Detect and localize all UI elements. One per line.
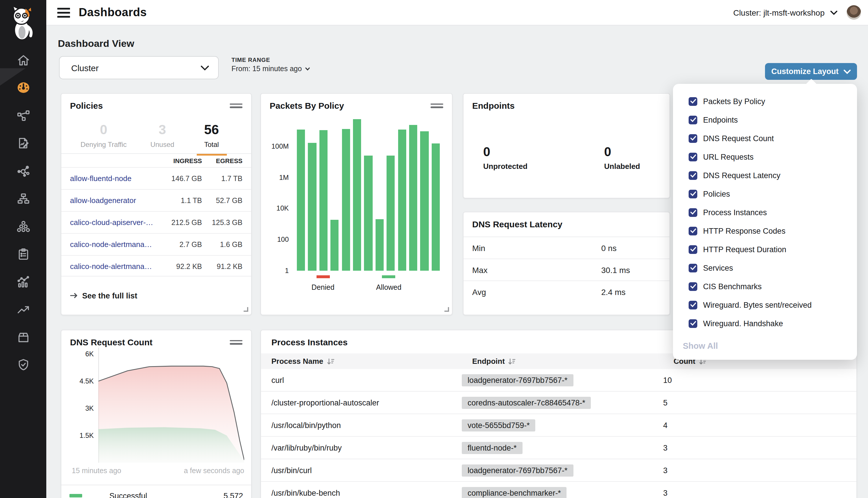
time-range-control[interactable]: TIME RANGE From: 15 minutes ago <box>232 57 310 73</box>
legend-swatch <box>69 494 82 497</box>
checkbox-checked-icon[interactable] <box>689 208 697 217</box>
checkbox-checked-icon[interactable] <box>689 263 697 272</box>
menu-item-label: URL Requests <box>703 153 754 161</box>
column-label: Endpoint <box>472 357 505 366</box>
menu-item-endpoints[interactable]: Endpoints <box>673 110 857 129</box>
sidebar-item-infrastructure[interactable] <box>0 187 46 210</box>
policy-row: calico-node-alertmana…2.7 GB1.6 GB <box>61 233 251 255</box>
packets-by-policy-panel: Packets By Policy 100M1M10K1001 DeniedAl… <box>260 93 453 315</box>
y-tick-label: 10K <box>262 205 289 212</box>
checkbox-checked-icon[interactable] <box>689 189 697 198</box>
see-full-list-label: See the full list <box>82 291 138 300</box>
menu-item-policies[interactable]: Policies <box>673 184 857 203</box>
time-range-label: TIME RANGE <box>232 57 310 63</box>
latency-row: Min0 ns <box>464 237 670 259</box>
policy-name-link[interactable]: calico-node-alertmana… <box>61 240 157 249</box>
checkbox-checked-icon[interactable] <box>689 282 697 291</box>
customize-layout-button[interactable]: Customize Layout <box>765 63 857 80</box>
checkbox-checked-icon[interactable] <box>689 115 697 124</box>
checkbox-checked-icon[interactable] <box>689 301 697 309</box>
menu-item-dns-request-latency[interactable]: DNS Request Latency <box>673 166 857 184</box>
bar-allowed <box>364 155 373 271</box>
menu-item-http-response-codes[interactable]: HTTP Response Codes <box>673 222 857 240</box>
drag-handle-icon[interactable] <box>230 338 243 346</box>
checkbox-checked-icon[interactable] <box>689 153 697 161</box>
menu-item-cis-benchmarks[interactable]: CIS Benchmarks <box>673 277 857 296</box>
policy-egress-value: 1.7 TB <box>202 174 243 183</box>
menu-item-label: Policies <box>703 189 730 198</box>
policies-stat-total[interactable]: 56Total <box>187 115 236 153</box>
sidebar-item-compliance-reports[interactable] <box>0 243 46 266</box>
y-tick-label: 100M <box>262 142 289 150</box>
menu-item-process-instances[interactable]: Process Instances <box>673 203 857 222</box>
sidebar-item-flow-visualization[interactable] <box>0 104 46 127</box>
policy-name-link[interactable]: allow-loadgenerator <box>61 196 157 205</box>
sort-header-process-name[interactable]: Process Name <box>261 357 462 366</box>
policy-row: calico-cloud-apiserver-…212.5 GB125.3 GB <box>61 211 251 233</box>
user-avatar[interactable] <box>846 5 861 19</box>
resize-handle[interactable] <box>444 307 449 312</box>
calico-cat-logo <box>8 3 36 40</box>
y-tick-label: 6K <box>68 350 94 358</box>
policy-name-link[interactable]: calico-cloud-apiserver-… <box>61 218 157 227</box>
security-shield-icon <box>16 358 30 372</box>
unlabeled-label: Unlabeled <box>604 162 640 171</box>
policy-ingress-value: 2.7 GB <box>157 240 202 248</box>
show-all-link[interactable]: Show All <box>683 341 718 351</box>
area-chart-legend: Successful5,572 <box>61 485 251 498</box>
policy-egress-value: 125.3 GB <box>202 218 243 226</box>
checkbox-checked-icon[interactable] <box>689 226 697 235</box>
dashboard-view-select[interactable]: Cluster <box>59 56 219 79</box>
endpoint-chip: loadgenerator-7697bb7567-* <box>462 464 573 476</box>
checkbox-checked-icon[interactable] <box>689 245 697 254</box>
stat-value: 0 <box>69 123 138 137</box>
drag-handle-icon[interactable] <box>430 102 443 109</box>
checkbox-checked-icon[interactable] <box>689 171 697 180</box>
sidebar-item-trends[interactable] <box>0 298 46 321</box>
y-tick-label: 1 <box>262 267 289 275</box>
stat-label: Total <box>187 140 236 148</box>
menu-item-http-request-duration[interactable]: HTTP Request Duration <box>673 240 857 259</box>
sidebar-item-home[interactable] <box>0 49 46 72</box>
menu-item-services[interactable]: Services <box>673 259 857 277</box>
policies-footer: See the full list <box>61 276 251 315</box>
checkbox-checked-icon[interactable] <box>689 319 697 328</box>
menu-item-url-requests[interactable]: URL Requests <box>673 147 857 166</box>
x-axis-label: 15 minutes ago <box>72 467 121 475</box>
policy-name-link[interactable]: allow-fluentd-node <box>61 174 157 183</box>
sidebar-item-packages[interactable] <box>0 326 46 349</box>
resize-handle[interactable] <box>244 307 248 312</box>
see-full-list-link[interactable]: See the full list <box>70 291 138 300</box>
time-range-value: From: 15 minutes ago <box>232 65 302 73</box>
checkbox-checked-icon[interactable] <box>689 97 697 106</box>
process-count: 3 <box>663 488 856 497</box>
process-name: /usr/local/bin/python <box>261 421 462 430</box>
policy-name-link[interactable]: calico-node-alertmana… <box>61 262 157 271</box>
policies-stat-denying-traffic[interactable]: 0Denying Traffic <box>69 115 138 153</box>
sidebar-item-policy-editor[interactable] <box>0 132 46 155</box>
latency-label: Min <box>472 243 485 252</box>
trends-icon <box>16 303 30 316</box>
drag-handle-icon[interactable] <box>230 102 243 109</box>
sidebar-item-workloads[interactable] <box>0 215 46 238</box>
sidebar-item-activity-charts[interactable] <box>0 270 46 293</box>
policy-row: calico-node-alertmana…92.2 KB91.2 KB <box>61 255 251 277</box>
panel-title: DNS Request Count <box>70 337 153 347</box>
menu-item-wireguard-handshake[interactable]: Wireguard. Handshake <box>673 314 857 332</box>
menu-hamburger-icon[interactable] <box>57 5 70 19</box>
policy-egress-value: 91.2 KB <box>202 262 243 271</box>
policies-stat-unused[interactable]: 3Unused <box>138 115 187 153</box>
sort-header-endpoint[interactable]: Endpoint <box>462 357 663 366</box>
menu-item-dns-request-count[interactable]: DNS Request Count <box>673 129 857 147</box>
legend-value: 5,572 <box>223 492 243 498</box>
checkbox-checked-icon[interactable] <box>689 134 697 143</box>
sidebar-item-dashboards-gauge[interactable] <box>0 76 46 100</box>
menu-item-packets-by-policy[interactable]: Packets By Policy <box>673 92 857 110</box>
sidebar-item-security-shield[interactable] <box>0 353 46 377</box>
process-name: /usr/bin/curl <box>261 466 462 475</box>
menu-item-wireguard-bytes-sent-received[interactable]: Wireguard. Bytes sent/received <box>673 296 857 314</box>
policy-row: allow-fluentd-node146.7 GB1.7 TB <box>61 167 251 189</box>
unlabeled-stat: 0 Unlabeled <box>604 145 640 171</box>
cluster-selector[interactable]: Cluster: jlt-msft-workshop <box>733 8 837 17</box>
sidebar-item-service-graph[interactable] <box>0 159 46 183</box>
